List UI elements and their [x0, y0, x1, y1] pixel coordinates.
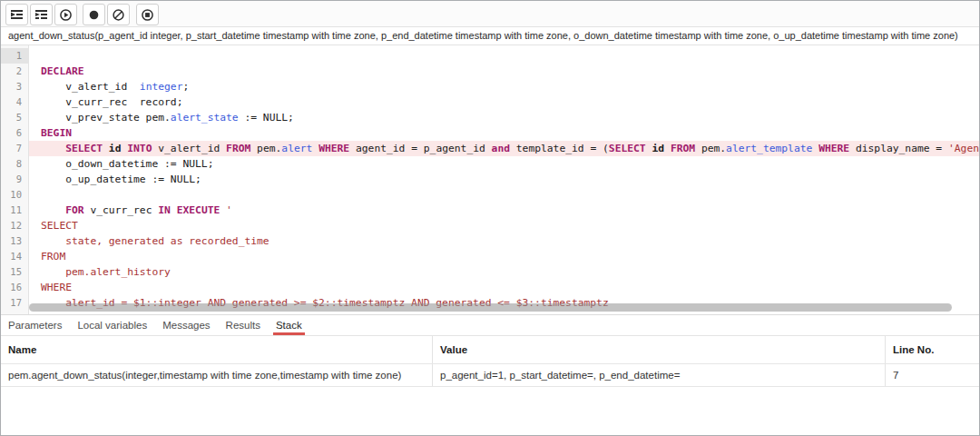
stack-table-header: NameValueLine No. [1, 336, 979, 364]
gutter-line-number[interactable]: 9 [1, 172, 29, 187]
gutter-line-number[interactable]: 17 [1, 295, 29, 311]
code-line-11: 11 FOR v_curr_rec IN EXECUTE ' [1, 203, 979, 218]
tab-parameters[interactable]: Parameters [8, 315, 62, 335]
code-editor[interactable]: 12DECLARE3 v_alert_id integer;4 v_curr_r… [1, 45, 979, 315]
code-line-text[interactable] [29, 48, 979, 64]
gutter-line-number[interactable]: 3 [1, 79, 29, 94]
gutter-line-number[interactable]: 10 [1, 187, 29, 203]
horizontal-scrollbar-thumb[interactable] [29, 303, 952, 312]
function-signature: agent_down_status(p_agent_id integer, p_… [1, 27, 979, 45]
toggle-breakpoint-button[interactable] [83, 4, 105, 25]
gutter-line-number[interactable]: 5 [1, 110, 29, 125]
code-line-6: 6BEGIN [1, 125, 979, 141]
gutter-line-number[interactable]: 6 [1, 125, 29, 141]
code-line-text[interactable]: pem.alert_history [29, 264, 979, 280]
cell-name: pem.agent_down_status(integer,timestamp … [1, 364, 433, 386]
filled-circle-icon [87, 8, 101, 22]
tab-messages[interactable]: Messages [162, 315, 210, 335]
tab-local-variables[interactable]: Local variables [77, 315, 147, 335]
code-line-12: 12SELECT [1, 218, 979, 233]
code-line-text[interactable]: o_down_datetime := NULL; [29, 156, 979, 172]
code-line-4: 4 v_curr_rec record; [1, 94, 979, 110]
column-header-value: Value [433, 336, 886, 363]
gutter-line-number[interactable]: 4 [1, 94, 29, 110]
code-line-3: 3 v_alert_id integer; [1, 79, 979, 94]
gutter-line-number[interactable]: 15 [1, 264, 29, 280]
gutter-line-number[interactable]: 2 [1, 64, 29, 79]
code-line-5: 5 v_prev_state pem.alert_state := NULL; [1, 110, 979, 125]
code-line-16: 16WHERE [1, 280, 979, 295]
tab-results[interactable]: Results [226, 315, 260, 335]
stop-circle-icon [141, 8, 154, 22]
code-line-text[interactable]: DECLARE [29, 64, 979, 79]
code-line-7: 7 SELECT id INTO v_alert_id FROM pem.ale… [1, 141, 979, 156]
circle-slash-icon [112, 8, 125, 22]
code-line-text[interactable]: WHERE [29, 280, 979, 295]
gutter-line-number[interactable]: 12 [1, 218, 29, 233]
column-header-line-no: Line No. [886, 336, 979, 363]
gutter-line-number[interactable]: 7 [1, 141, 29, 156]
gutter-line-number[interactable]: 13 [1, 233, 29, 249]
code-line-9: 9 o_up_datetime := NULL; [1, 172, 979, 187]
code-line-text[interactable]: v_alert_id integer; [29, 79, 979, 94]
code-line-10: 10 [1, 187, 979, 203]
step-over-icon [34, 8, 48, 21]
gutter-line-number[interactable]: 11 [1, 203, 29, 218]
code-line-2: 2DECLARE [1, 64, 979, 79]
code-line-text[interactable]: SELECT [29, 218, 979, 233]
tab-stack[interactable]: Stack [276, 315, 302, 335]
code-line-8: 8 o_down_datetime := NULL; [1, 156, 979, 172]
code-line-text[interactable]: FROM [29, 249, 979, 264]
gutter-line-number[interactable]: 16 [1, 280, 29, 295]
step-into-button[interactable] [5, 4, 28, 25]
code-line-text[interactable]: o_up_datetime := NULL; [29, 172, 979, 187]
code-line-15: 15 pem.alert_history [1, 264, 979, 280]
gutter-line-number[interactable]: 14 [1, 249, 29, 264]
code-line-14: 14FROM [1, 249, 979, 264]
code-line-text[interactable]: state, generated as recorded_time [29, 233, 979, 249]
code-line-text[interactable]: FOR v_curr_rec IN EXECUTE ' [29, 203, 979, 218]
step-into-icon [10, 8, 24, 21]
debugger-window: agent_down_status(p_agent_id integer, p_… [0, 0, 980, 436]
column-header-name: Name [1, 336, 433, 363]
gutter-line-number[interactable]: 1 [1, 48, 29, 64]
panel-tabs: ParametersLocal variablesMessagesResults… [1, 315, 979, 336]
code-line-text[interactable]: v_prev_state pem.alert_state := NULL; [29, 110, 979, 125]
code-line-text[interactable] [29, 187, 979, 203]
code-line-text[interactable]: BEGIN [29, 125, 979, 141]
continue-button[interactable] [54, 4, 77, 25]
cell-line-no: 7 [886, 364, 979, 386]
code-line-13: 13 state, generated as recorded_time [1, 233, 979, 249]
stack-table: NameValueLine No.pem.agent_down_status(i… [1, 336, 979, 387]
stop-button[interactable] [136, 4, 159, 25]
code-line-text[interactable]: v_curr_rec record; [29, 94, 979, 110]
clear-breakpoints-button[interactable] [107, 4, 130, 25]
stack-frame-row[interactable]: pem.agent_down_status(integer,timestamp … [1, 364, 979, 387]
code-line-1: 1 [1, 48, 979, 64]
step-over-button[interactable] [30, 4, 53, 25]
cell-value: p_agent_id=1, p_start_datetime=, p_end_d… [433, 364, 886, 386]
gutter-line-number[interactable]: 8 [1, 156, 29, 172]
code-line-text[interactable]: SELECT id INTO v_alert_id FROM pem.alert… [29, 141, 979, 156]
play-circle-icon [59, 8, 73, 22]
debugger-toolbar [1, 1, 979, 27]
